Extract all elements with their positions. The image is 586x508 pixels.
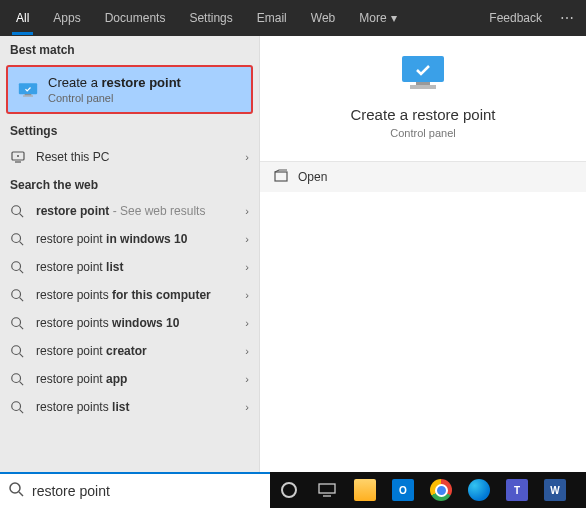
chevron-right-icon: › — [245, 205, 249, 217]
search-icon — [10, 400, 26, 414]
svg-rect-2 — [23, 95, 33, 96]
web-result-4[interactable]: restore points windows 10 › — [0, 309, 259, 337]
search-tabs: All Apps Documents Settings Email Web Mo… — [0, 0, 586, 36]
web-result-3[interactable]: restore points for this computer › — [0, 281, 259, 309]
svg-point-17 — [10, 483, 20, 493]
web-result-label: restore point in windows 10 — [36, 232, 245, 246]
chevron-right-icon: › — [245, 289, 249, 301]
web-result-label: restore points for this computer — [36, 288, 245, 302]
tab-email[interactable]: Email — [245, 1, 299, 35]
svg-point-18 — [282, 483, 296, 497]
cortana-button[interactable] — [270, 472, 308, 508]
system-icon — [18, 82, 38, 98]
settings-header: Settings — [0, 117, 259, 143]
chrome-button[interactable] — [422, 472, 460, 508]
system-icon-large — [396, 54, 450, 94]
best-match-title: Create a restore point — [48, 75, 181, 90]
best-match-subtitle: Control panel — [48, 92, 181, 104]
chevron-right-icon: › — [245, 317, 249, 329]
svg-rect-19 — [319, 484, 335, 493]
web-result-label: restore point list — [36, 260, 245, 274]
web-result-label: restore points windows 10 — [36, 316, 245, 330]
chevron-right-icon: › — [245, 151, 249, 163]
web-result-label: restore point - See web results — [36, 204, 245, 218]
settings-item-reset-pc[interactable]: Reset this PC › — [0, 143, 259, 171]
svg-point-10 — [12, 346, 21, 355]
svg-point-5 — [12, 206, 21, 215]
results-panel: Best match Create a restore point Contro… — [0, 36, 260, 472]
svg-point-4 — [17, 155, 19, 157]
search-bar[interactable] — [0, 472, 270, 508]
best-match-item[interactable]: Create a restore point Control panel — [6, 65, 253, 114]
chevron-right-icon: › — [245, 261, 249, 273]
search-icon — [10, 372, 26, 386]
word-button[interactable]: W — [536, 472, 574, 508]
tab-settings[interactable]: Settings — [177, 1, 244, 35]
teams-button[interactable]: T — [498, 472, 536, 508]
svg-point-11 — [12, 374, 21, 383]
svg-point-9 — [12, 318, 21, 327]
task-view-button[interactable] — [308, 472, 346, 508]
svg-point-7 — [12, 262, 21, 271]
explorer-button[interactable] — [346, 472, 384, 508]
chevron-right-icon: › — [245, 401, 249, 413]
preview-panel: Create a restore point Control panel Ope… — [260, 36, 586, 472]
web-result-5[interactable]: restore point creator › — [0, 337, 259, 365]
chevron-right-icon: › — [245, 233, 249, 245]
open-icon — [274, 169, 288, 186]
svg-rect-13 — [402, 56, 444, 82]
chevron-right-icon: › — [245, 373, 249, 385]
web-result-0[interactable]: restore point - See web results › — [0, 197, 259, 225]
search-input[interactable] — [32, 483, 262, 499]
web-result-label: restore points list — [36, 400, 245, 414]
svg-rect-16 — [275, 172, 287, 181]
search-icon — [10, 204, 26, 218]
svg-point-12 — [12, 402, 21, 411]
svg-rect-14 — [416, 82, 430, 85]
taskbar: O T W — [270, 472, 574, 508]
web-result-label: restore point creator — [36, 344, 245, 358]
svg-rect-15 — [410, 85, 436, 89]
search-icon — [10, 316, 26, 330]
svg-point-6 — [12, 234, 21, 243]
settings-item-label: Reset this PC — [36, 150, 245, 164]
tab-apps[interactable]: Apps — [41, 1, 92, 35]
svg-rect-1 — [25, 94, 32, 95]
tab-documents[interactable]: Documents — [93, 1, 178, 35]
search-icon — [10, 260, 26, 274]
reset-icon — [10, 149, 26, 165]
bottom-bar: O T W — [0, 472, 586, 508]
best-match-header: Best match — [0, 36, 259, 62]
open-action[interactable]: Open — [260, 162, 586, 192]
svg-rect-0 — [19, 83, 37, 94]
search-icon — [10, 344, 26, 358]
tab-more[interactable]: More ▾ — [347, 1, 408, 35]
feedback-link[interactable]: Feedback — [479, 11, 552, 25]
chevron-down-icon: ▾ — [391, 11, 397, 25]
search-icon — [10, 232, 26, 246]
web-result-2[interactable]: restore point list › — [0, 253, 259, 281]
search-icon — [8, 481, 24, 501]
svg-point-8 — [12, 290, 21, 299]
search-web-header: Search the web — [0, 171, 259, 197]
outlook-button[interactable]: O — [384, 472, 422, 508]
preview-title: Create a restore point — [350, 106, 495, 123]
web-result-label: restore point app — [36, 372, 245, 386]
web-result-1[interactable]: restore point in windows 10 › — [0, 225, 259, 253]
web-result-6[interactable]: restore point app › — [0, 365, 259, 393]
more-options-icon[interactable]: ⋯ — [552, 10, 582, 26]
search-content: Best match Create a restore point Contro… — [0, 36, 586, 472]
tab-web[interactable]: Web — [299, 1, 347, 35]
web-result-7[interactable]: restore points list › — [0, 393, 259, 421]
chevron-right-icon: › — [245, 345, 249, 357]
preview-subtitle: Control panel — [390, 127, 455, 139]
edge-button[interactable] — [460, 472, 498, 508]
search-icon — [10, 288, 26, 302]
tab-all[interactable]: All — [4, 1, 41, 35]
